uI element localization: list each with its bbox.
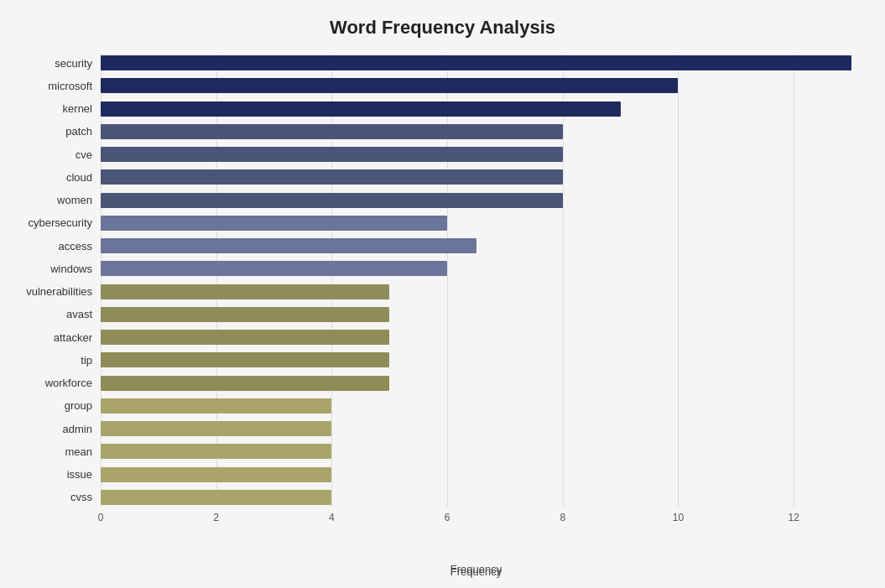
bar-label: patch [0, 125, 101, 138]
bar-label: group [0, 399, 101, 412]
bar-label: mean [0, 445, 101, 458]
bar-row: cybersecurity [101, 214, 851, 232]
bar-label: issue [0, 468, 101, 481]
bar-row: workforce [101, 374, 851, 393]
bar [101, 352, 389, 367]
bar-label: security [0, 57, 101, 70]
x-axis: 024681012 [101, 507, 851, 540]
bar-label: avast [0, 308, 101, 320]
bar-row: patch [101, 122, 851, 141]
x-tick-label: 10 [673, 512, 684, 523]
bar-row: security [101, 54, 851, 72]
bar-row: cve [101, 145, 851, 164]
bar [101, 55, 851, 70]
bar-label: cloud [0, 171, 101, 184]
bar [101, 78, 678, 93]
bar [101, 330, 389, 345]
bar-row: access [101, 237, 851, 255]
bar-label: attacker [0, 331, 101, 344]
bar-row: kernel [101, 100, 851, 118]
bar-row: issue [101, 466, 851, 484]
x-tick-label: 8 [560, 512, 565, 523]
x-tick-label: 2 [213, 512, 219, 523]
chart-container: Word Frequency Analysis securitymicrosof… [0, 0, 885, 588]
bar [101, 376, 389, 391]
bar-label: access [0, 240, 101, 252]
bar-label: admin [0, 423, 101, 435]
bar [101, 444, 331, 459]
bar-row: admin [101, 419, 851, 438]
bar-row: tip [101, 351, 851, 369]
bar [101, 193, 563, 208]
bar-row: group [101, 397, 851, 415]
bar-label: women [0, 194, 101, 206]
bar-row: avast [101, 305, 851, 324]
bar-label: kernel [0, 102, 101, 115]
bar [101, 147, 563, 162]
bar [101, 490, 331, 505]
bar-row: mean [101, 442, 851, 461]
bar-row: cloud [101, 168, 851, 186]
chart-title: Word Frequency Analysis [34, 17, 851, 39]
bar [101, 284, 389, 299]
bar-label: vulnerabilities [0, 285, 101, 298]
x-tick-label: 0 [98, 512, 104, 523]
bar-label: microsoft [0, 80, 101, 92]
bar [101, 307, 389, 322]
x-tick-label: 6 [445, 512, 450, 523]
bar-row: women [101, 191, 851, 210]
bar-label: windows [0, 263, 101, 275]
x-axis-label: Frequency [450, 565, 502, 578]
bar [101, 216, 447, 231]
x-tick-label: 12 [788, 512, 799, 523]
bar [101, 261, 447, 276]
bar-label: cybersecurity [0, 216, 101, 229]
bar-label: cvss [0, 491, 101, 503]
bar [101, 467, 331, 482]
bar [101, 421, 331, 436]
bar [101, 124, 563, 139]
bar-row: cvss [101, 488, 851, 507]
chart-area: securitymicrosoftkernelpatchcvecloudwome… [101, 54, 851, 540]
bar-row: windows [101, 259, 851, 278]
bar-row: attacker [101, 328, 851, 346]
bars-wrapper: securitymicrosoftkernelpatchcvecloudwome… [101, 54, 851, 507]
x-tick-label: 4 [329, 512, 335, 523]
bar-label: tip [0, 354, 101, 367]
bar [101, 238, 476, 253]
bar [101, 169, 563, 185]
bar-label: cve [0, 148, 101, 161]
bar [101, 101, 621, 117]
bar-label: workforce [0, 377, 101, 389]
bar [101, 398, 331, 414]
bar-row: vulnerabilities [101, 283, 851, 301]
bar-row: microsoft [101, 76, 851, 95]
